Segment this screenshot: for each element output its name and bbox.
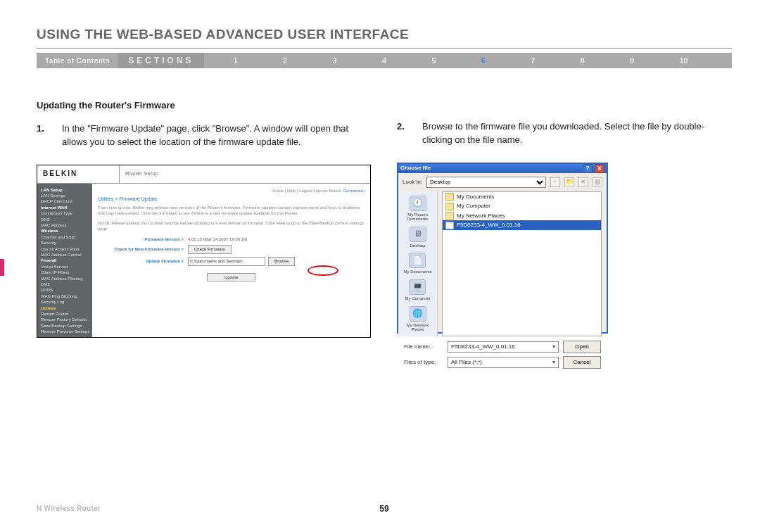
section-link-10[interactable]: 10 [679,56,688,65]
file-icon [445,212,454,220]
filetype-label: Files of type: [404,358,443,367]
place-icon: 📄 [409,253,426,268]
sidebar-header: Utilities [37,305,92,310]
sidebar-item[interactable]: MAC Address Filtering [37,275,92,281]
step-2: 2. Browse to the firmware file you downl… [397,120,732,147]
filename-field[interactable]: F5D8233-4_WW_0.01.16▾ [448,341,559,353]
router-brand: BELKIN [37,165,120,183]
place-item[interactable]: 🖥Desktop [410,227,426,248]
up-icon[interactable]: 📁 [564,177,574,187]
section-link-6[interactable]: 6 [481,56,486,65]
sidebar-item[interactable]: DDNS [37,286,92,292]
sidebar-item[interactable]: Connection Type [37,210,92,215]
file-list[interactable]: My DocumentsMy ComputerMy Network Places… [442,191,602,336]
sidebar-item[interactable]: Use as Access Point [37,246,92,251]
close-icon[interactable]: X [595,164,604,173]
update-button[interactable]: Update [207,273,255,282]
file-item[interactable]: My Network Places [443,211,601,221]
sidebar-header: Firewall [37,257,92,262]
sidebar-item[interactable]: Security Log [37,298,92,304]
sidebar-header: Wireless [37,227,92,233]
sidebar-item[interactable]: Restart Router [37,310,92,316]
sidebar-item[interactable]: DNS [37,216,92,222]
step-1: 1. In the "Firmware Update" page, click … [37,122,372,149]
check-firmware-button[interactable]: Check Firmware [188,245,232,254]
sidebar-item[interactable]: MAC Address [37,222,92,227]
browse-button[interactable]: Browse [268,257,295,266]
update-path-input[interactable]: C:\Documents and Settings\ [188,257,265,266]
place-icon: 💻 [409,279,426,295]
file-icon [445,222,454,229]
sidebar-item[interactable]: DMZ [37,281,92,286]
sidebar-item[interactable]: Channel and SSID [37,234,92,239]
router-pane: Home | Help | Logout Internet Status: Co… [92,184,370,337]
section-link-5[interactable]: 5 [431,56,436,65]
step-2-text: Browse to the firmware file you download… [422,120,732,147]
router-breadcrumb: Utilities > Firmware Update [98,196,365,203]
dialog-title: Choose file [400,164,431,172]
sidebar-item[interactable]: Virtual Servers [37,263,92,269]
help-icon[interactable]: ? [583,164,593,173]
firmware-version-label: Firmware Version > [98,236,188,243]
open-button[interactable]: Open [563,341,601,353]
sidebar-header: LAN Setup [37,186,92,192]
place-icon: 🌐 [410,306,426,322]
sidebar-item[interactable]: Restore Previous Settings [37,328,92,334]
section-link-3[interactable]: 3 [333,56,337,65]
file-item[interactable]: My Documents [443,192,601,202]
step-1-number: 1. [37,122,52,149]
update-firmware-label: Update Firmware > [98,258,188,265]
place-icon: 🕘 [410,196,426,211]
section-navbar: Table of Contents SECTIONS 12345678910 [37,53,732,68]
page-edge-mark [0,259,4,276]
subheading: Updating the Router's Firmware [37,99,372,113]
place-icon: 🖥 [410,227,426,242]
router-para-2: NOTE: Please backup your current setting… [98,221,365,232]
right-column: 2. Browse to the firmware file you downl… [397,99,732,338]
section-link-2[interactable]: 2 [283,56,287,65]
lookin-select[interactable]: Desktop [426,177,546,188]
file-icon [445,193,454,201]
product-name: N Wireless Router [37,505,101,512]
router-ui-screenshot: BELKIN Router Setup LAN SetupLAN Setting… [37,165,371,338]
sidebar-item[interactable]: Security [37,239,92,245]
sidebar-item[interactable]: LAN Settings [37,192,92,198]
sections-label: SECTIONS [118,53,203,68]
file-item[interactable]: My Computer [443,201,601,211]
cancel-button[interactable]: Cancel [563,356,601,369]
section-link-9[interactable]: 9 [630,56,634,65]
newfolder-icon[interactable]: ✳ [578,177,588,187]
sidebar-item[interactable]: Save/Backup Settings [37,322,92,328]
views-icon[interactable]: ▥ [593,177,602,187]
section-link-7[interactable]: 7 [531,56,535,65]
places-bar: 🕘My Recent Documents🖥Desktop📄My Document… [398,191,438,336]
section-link-1[interactable]: 1 [234,56,238,65]
page-number: 59 [379,504,388,514]
place-item[interactable]: 🌐My Network Places [400,306,436,332]
sidebar-header: Internet WAN [37,204,92,210]
back-icon[interactable]: ← [550,177,560,187]
file-item[interactable]: F5D8233-4_WW_0.01.16 [443,220,601,230]
file-icon [445,203,454,210]
sidebar-item[interactable]: Restore Factory Defaults [37,316,92,322]
place-item[interactable]: 💻My Computer [405,279,430,301]
browse-highlight-circle [308,265,338,276]
place-item[interactable]: 🕘My Recent Documents [400,196,436,222]
router-para-1: From time to time, Belkin may release ne… [98,205,365,217]
sidebar-item[interactable]: MAC Address Control [37,251,92,257]
router-header-links: Home | Help | Logout Internet Status: Co… [98,188,365,194]
file-dialog-screenshot: Choose file ? X Look in: Desktop ← 📁 ✳ ▥… [397,163,608,334]
section-link-4[interactable]: 4 [382,56,386,65]
filetype-field[interactable]: All Files (*.*)▾ [448,357,559,368]
router-brand-sub: Router Setup [120,165,370,183]
section-link-8[interactable]: 8 [581,56,585,65]
page-title: USING THE WEB-BASED ADVANCED USER INTERF… [37,27,732,42]
sidebar-item[interactable]: Client IP Filters [37,269,92,274]
check-firmware-label: Check for New Firmware Version > [98,246,188,253]
step-2-number: 2. [397,120,412,147]
sidebar-item[interactable]: DHCP Client List [37,198,92,203]
sidebar-item[interactable]: WAN Ping Blocking [37,293,92,298]
toc-label[interactable]: Table of Contents [37,57,118,65]
router-sidebar: LAN SetupLAN SettingsDHCP Client ListInt… [37,184,92,337]
place-item[interactable]: 📄My Documents [403,253,431,274]
